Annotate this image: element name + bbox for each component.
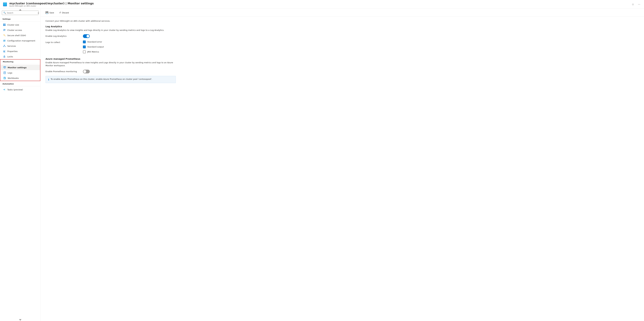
settings-divider [0,21,40,22]
discard-icon: ↺ [59,11,61,14]
svg-point-43 [4,89,4,90]
enable-log-analytics-row: Enable Log Analytics [46,34,176,38]
search-box[interactable]: 🔍 [2,10,38,15]
svg-point-10 [5,29,6,30]
enable-prometheus-label: Enable Prometheus monitoring [46,70,80,72]
svg-point-28 [4,57,4,57]
svg-rect-23 [4,50,4,52]
locks-label: Locks [7,56,13,58]
svg-rect-7 [3,25,4,26]
sidebar-item-logs[interactable]: Logs [0,70,40,76]
svg-rect-37 [4,73,5,73]
save-button[interactable]: 💾 Save [44,10,55,15]
standard-output-checkbox[interactable] [83,46,86,48]
cluster-access-label: Cluster access [7,29,22,31]
secure-shell-icon [3,34,6,37]
properties-icon [3,50,6,53]
jmx-metrics-label: JMX Metrics [87,51,99,53]
svg-point-16 [4,40,5,41]
log-analytics-section: Log Analytics Enable Log Analytics to vi… [46,25,176,53]
prometheus-info-text: To enable Azure Prometheus on this clust… [51,78,152,80]
monitoring-section-label: Monitoring [0,60,40,64]
cluster-access-icon [3,29,6,32]
svg-rect-1 [4,3,6,4]
info-icon: ℹ️ [48,78,49,81]
page-title: mycluster (contosopool/mycluster) | Moni… [9,2,628,5]
header-actions: ☆ ··· [630,2,642,7]
services-label: Services [7,45,16,47]
content-area: Connect your HDInsight on AKS cluster wi… [40,17,181,90]
sidebar-item-secure-shell[interactable]: Secure shell (SSH) [0,33,40,38]
svg-point-20 [5,46,6,47]
sidebar-scroll-down[interactable] [19,319,22,321]
svg-line-22 [4,46,5,46]
svg-point-18 [4,45,5,46]
sidebar-item-cluster-size[interactable]: Cluster size [0,22,40,28]
logs-label: Logs [8,72,12,74]
toggle-slider [83,34,90,38]
enable-prometheus-toggle[interactable] [83,70,90,74]
svg-rect-31 [4,67,5,68]
azure-prometheus-title: Azure managed Prometheus [46,58,176,60]
content-description: Connect your HDInsight on AKS cluster wi… [46,20,176,22]
save-label: Save [50,12,54,14]
jmx-metrics-checkbox[interactable] [83,50,86,53]
discard-label: Discard [62,12,69,14]
header-title-group: mycluster (contosopool/mycluster) | Moni… [9,2,628,7]
enable-log-analytics-toggle[interactable] [83,34,90,38]
standard-output-item[interactable]: Standard output [83,46,104,48]
sidebar-item-configuration-management[interactable]: Configuration management [0,38,40,43]
azure-prometheus-description: Enable Azure managed Prometheus to view … [46,61,176,67]
svg-point-19 [3,46,4,47]
services-icon [3,44,6,47]
monitor-settings-icon [3,66,6,69]
workbooks-icon [3,77,6,80]
sidebar-item-monitor-settings[interactable]: Monitor settings [0,65,40,70]
prometheus-toggle-slider [83,70,90,74]
monitor-settings-label: Monitor settings [8,66,26,69]
monitoring-section: Monitoring Monitor settings Logs [0,59,40,81]
log-analytics-description: Enable Log Analytics to view insights an… [46,29,176,32]
configuration-management-label: Configuration management [7,40,35,42]
tasks-preview-icon [3,88,6,91]
sidebar-item-locks[interactable]: Locks [0,54,40,59]
properties-label: Properties [7,50,18,52]
standard-error-label: Standard error [87,41,102,43]
tasks-preview-label: Tasks (preview) [7,88,23,91]
logs-checkbox-group: Standard error Standard output JMX Metri… [83,40,104,53]
sidebar-item-properties[interactable]: Properties [0,48,40,54]
log-analytics-title: Log Analytics [46,25,176,28]
search-input[interactable] [7,12,37,14]
automation-section-label: Automation [0,81,40,86]
svg-point-11 [4,34,4,35]
prometheus-info-box: ℹ️ To enable Azure Prometheus on this cl… [46,76,176,83]
logs-to-collect-label: Logs to collect [46,40,80,44]
standard-output-label: Standard output [87,46,104,48]
main-content: 💾 Save ↺ Discard Connect your HDInsight … [40,9,644,321]
discard-button[interactable]: ↺ Discard [58,10,70,15]
settings-section-label: Settings [0,16,40,21]
logs-icon [3,71,6,74]
svg-rect-33 [4,68,5,68]
save-icon: 💾 [46,11,48,14]
sidebar-item-services[interactable]: Services [0,43,40,48]
jmx-metrics-item[interactable]: JMX Metrics [83,50,104,53]
svg-line-21 [4,46,4,46]
favorite-button[interactable]: ☆ [630,2,636,7]
svg-rect-4 [4,5,6,6]
standard-error-checkbox[interactable] [83,40,86,43]
sidebar-scroll-up[interactable] [19,9,22,10]
app-icon [2,2,8,7]
page-subtitle: Azure HDInsight on AKS cluster [9,5,628,7]
sidebar-item-workbooks[interactable]: Workbooks [0,76,40,81]
enable-log-analytics-label: Enable Log Analytics [46,34,80,37]
secure-shell-label: Secure shell (SSH) [7,34,26,36]
collapse-sidebar-button[interactable]: « [38,12,39,14]
more-button[interactable]: ··· [637,2,642,7]
sidebar-item-cluster-access[interactable]: Cluster access [0,28,40,33]
standard-error-item[interactable]: Standard error [83,40,104,43]
svg-point-9 [4,29,4,30]
enable-prometheus-row: Enable Prometheus monitoring [46,70,176,74]
svg-point-15 [4,40,4,40]
sidebar-item-tasks-preview[interactable]: Tasks (preview) [0,87,40,92]
